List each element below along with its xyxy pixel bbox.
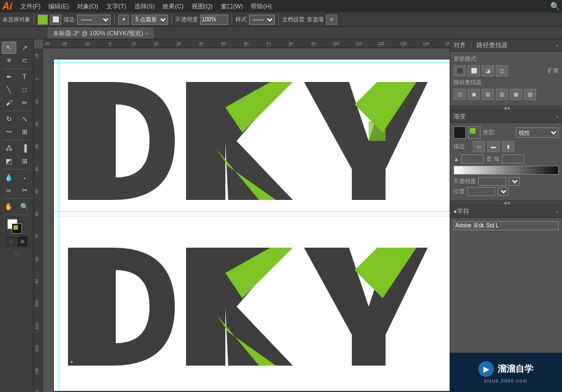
rect-tool[interactable]: □ [17, 84, 32, 96]
color-mode-btn[interactable]: □ [6, 236, 16, 247]
fill-color-swatch[interactable] [38, 15, 48, 25]
document-tab[interactable]: 未标题-3* @ 100% (CMYK/预览) × [48, 28, 153, 39]
brush-icon[interactable]: ✦ [118, 15, 129, 25]
opacity-input[interactable] [200, 15, 228, 25]
svg-text:100: 100 [35, 300, 39, 307]
ruler-top: -30 -20 -10 0 10 20 30 40 50 [43, 39, 450, 48]
crop-btn[interactable]: ▥ [496, 89, 508, 100]
svg-text:40: 40 [199, 42, 203, 45]
scale-tool[interactable]: ⤡ [17, 113, 32, 125]
zoom-tool[interactable]: 🔍 [17, 200, 32, 213]
menu-effect[interactable]: 效果(C) [159, 1, 187, 12]
opacity-value-input[interactable] [478, 177, 506, 186]
brush-select[interactable]: 5 点圆形 [132, 15, 168, 25]
outline-btn[interactable]: ▦ [510, 89, 522, 100]
blend-tool[interactable]: ∞ [2, 184, 16, 197]
toolbar-divider-4 [232, 15, 232, 25]
bar-chart-tool[interactable]: ▐ [17, 142, 32, 154]
mesh-tool[interactable]: ⊞ [17, 155, 32, 167]
paint-bucket-tool[interactable]: ⬩ [17, 171, 32, 184]
symbol-tool[interactable]: ⁂ [2, 142, 16, 154]
eyedropper-tool[interactable]: 💧 [2, 171, 16, 184]
merge-btn[interactable]: ▤ [482, 89, 494, 100]
stroke-btn-2[interactable]: ▬ [487, 141, 500, 152]
pathfinder-label-row: 路径查找器 [454, 79, 559, 86]
menu-view[interactable]: 视图(Q) [188, 1, 216, 12]
canvas-area: -30 -20 -10 0 10 20 30 40 50 [34, 39, 450, 392]
stroke-label: 描边 [64, 16, 75, 24]
toolbar-divider-5 [278, 15, 279, 25]
tools-divider-4 [3, 169, 31, 170]
gradient-expand-btn[interactable]: » [556, 114, 559, 120]
brush-tool[interactable]: 🖌 [2, 97, 16, 109]
menu-object[interactable]: 对象(O) [74, 1, 102, 12]
direct-select-tool[interactable]: ↗ [17, 42, 32, 54]
more-options-icon[interactable]: ≡ [326, 15, 337, 25]
magic-wand-tool[interactable]: ✳ [2, 54, 16, 67]
opacity-dropdown[interactable]: ▾ [509, 177, 520, 186]
screen-mode-btn[interactable]: ⬛ [4, 249, 29, 259]
angle-input[interactable] [461, 154, 484, 163]
tool-row-4: ╲ □ [2, 84, 32, 96]
char-expand-btn[interactable]: » [556, 209, 559, 215]
toolbar-divider-1 [34, 15, 34, 25]
tool-row-7: 〜 ⊞ [2, 126, 32, 138]
rotate-tool[interactable]: ↻ [2, 113, 16, 125]
pen-tool[interactable]: ✒ [2, 71, 16, 83]
gradient-tool[interactable]: ◩ [2, 155, 16, 167]
menu-text[interactable]: 文字(T) [103, 1, 130, 12]
menu-help[interactable]: 帮助(H) [247, 1, 275, 12]
lasso-tool[interactable]: ⊂ [17, 54, 32, 67]
line-tool[interactable]: ╲ [2, 84, 16, 96]
position-dropdown[interactable]: ▾ [497, 187, 509, 196]
intersect-btn[interactable]: ◪ [482, 65, 494, 76]
hand-tool[interactable]: ✋ [2, 200, 16, 213]
unite-btn[interactable]: ⬛ [454, 65, 466, 76]
stroke-toggle-icon[interactable]: ⬜ [50, 15, 61, 25]
gradient-type-select[interactable]: 线性 [516, 127, 559, 138]
location-input[interactable] [502, 154, 524, 163]
gradient-overlay-swatch[interactable] [468, 126, 481, 139]
panel-collapse-bar-2[interactable]: ◀◀ [450, 201, 562, 206]
expand-btn[interactable]: 扩展 [547, 67, 559, 75]
none-mode-btn[interactable]: ⊘ [17, 236, 28, 247]
font-name-input[interactable] [454, 221, 559, 230]
svg-rect-62 [186, 248, 225, 366]
svg-rect-60 [186, 82, 225, 200]
doc-settings-label[interactable]: 文档设置 [282, 16, 305, 24]
pencil-tool[interactable]: ✏ [17, 97, 32, 109]
stroke-select[interactable]: —— [77, 15, 111, 25]
minus-back-btn[interactable]: ▧ [524, 89, 536, 100]
panel-expand-btn[interactable]: » [556, 43, 559, 48]
gradient-bar[interactable] [454, 166, 559, 175]
exclude-btn[interactable]: ◫ [496, 65, 508, 76]
fill-color-swatch-dark[interactable] [12, 224, 22, 234]
stroke-btn-3[interactable]: ▮ [502, 141, 514, 152]
svg-text:20: 20 [154, 42, 158, 45]
menu-file[interactable]: 文件(F) [17, 1, 44, 12]
left-toolbar: ↖ ↗ ✳ ⊂ ✒ T ╲ □ 🖌 ✏ ↻ ⤡ 〜 ⊞ ⁂ [0, 39, 34, 392]
select-tool[interactable]: ↖ [2, 42, 16, 54]
panel-separator: | [470, 42, 472, 49]
tools-divider-5 [3, 198, 31, 199]
minus-front-btn[interactable]: ⬜ [468, 65, 480, 76]
menu-edit[interactable]: 编辑(E) [45, 1, 72, 12]
free-transform-tool[interactable]: ⊞ [17, 126, 32, 138]
first-item-label[interactable]: 首选项 [307, 16, 324, 24]
scissors-tool[interactable]: ✂ [17, 184, 32, 197]
panel-collapse-bar[interactable]: ◀◀ [450, 106, 562, 111]
svg-text:110: 110 [355, 42, 362, 45]
type-tool[interactable]: T [17, 71, 32, 83]
menu-window[interactable]: 窗口(W) [217, 1, 247, 12]
style-select[interactable]: —— [249, 15, 275, 25]
divide-btn[interactable]: ◫ [454, 89, 466, 100]
svg-text:80: 80 [35, 257, 39, 261]
gradient-black-swatch[interactable] [454, 126, 466, 139]
stroke-btn-1[interactable]: ▭ [473, 141, 485, 152]
warp-tool[interactable]: 〜 [2, 126, 16, 138]
tab-close-btn[interactable]: × [146, 31, 148, 37]
trim-btn[interactable]: ▣ [468, 89, 480, 100]
char-header: ♦字符 » [450, 206, 562, 218]
position-value-input[interactable] [467, 187, 495, 196]
menu-select[interactable]: 选择(S) [131, 1, 158, 12]
